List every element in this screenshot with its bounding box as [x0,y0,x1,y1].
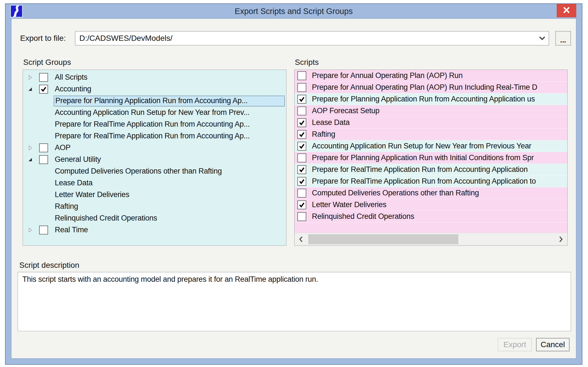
export-button[interactable]: Export [498,338,532,351]
script-description-label: Script description [19,261,79,270]
tree-item-label: AOP [54,143,72,153]
tree-item-label: Real Time [54,225,90,235]
tree-item[interactable]: Letter Water Deliveries [23,189,286,201]
script-row[interactable]: Computed Deliveries Operations other tha… [295,187,567,199]
script-row-label: Prepare for Annual Operating Plan (AOP) … [312,71,463,80]
checkbox[interactable] [297,212,306,221]
script-row[interactable]: Letter Water Deliveries [295,199,567,211]
script-row-label: Prepare for RealTime Application Run fro… [312,165,528,174]
checkbox[interactable] [39,85,48,94]
tree-item-label: Accounting Application Run Setup for New… [54,108,251,118]
checkbox[interactable] [297,153,306,162]
script-row-label: AOP Forecast Setup [312,106,380,115]
tree-item[interactable]: Prepare for RealTime Application Run fro… [23,130,286,142]
horizontal-scrollbar[interactable] [295,233,567,245]
tree-item[interactable]: Accounting [23,83,286,95]
tree-item-label: Prepare for Planning Application Run fro… [54,96,285,106]
close-button[interactable] [557,4,576,17]
scripts-label: Scripts [295,58,319,67]
checkbox[interactable] [39,73,48,82]
close-icon [563,6,570,15]
tree-item-label: Letter Water Deliveries [54,190,131,200]
tree-item-label: Rafting [54,202,80,212]
script-row[interactable]: Prepare for RealTime Application Run fro… [295,164,567,176]
tree-item[interactable]: All Scripts [23,72,286,83]
tree-item-label: Prepare for RealTime Application Run fro… [54,131,251,141]
tree-item[interactable]: Real Time [23,224,286,236]
script-row[interactable]: AOP Forecast Setup [295,105,567,117]
scripts-list: Prepare for Annual Operating Plan (AOP) … [294,70,568,246]
script-groups-label: Script Groups [23,58,71,67]
script-row-label: Relinquished Credit Operations [312,212,414,221]
script-row[interactable]: Lease Data [295,117,567,129]
checkbox[interactable] [39,155,48,164]
checkbox[interactable] [297,130,306,139]
expander-icon[interactable] [25,87,35,91]
script-groups-tree: All Scripts Accounting Prepare for Plann… [23,70,286,246]
expander-icon[interactable] [25,227,35,233]
script-row[interactable]: Prepare for Planning Application Run fro… [295,93,567,105]
tree-item[interactable]: Rafting [23,201,286,212]
window-title: Export Scripts and Script Groups [6,4,582,18]
checkbox[interactable] [39,143,48,152]
checkbox[interactable] [297,142,306,151]
checkbox[interactable] [297,200,306,209]
tree-item-label: All Scripts [54,72,89,83]
tree-item-label: Accounting [54,84,93,94]
export-scripts-dialog: Export Scripts and Script Groups Export … [5,3,582,365]
scrollbar-thumb[interactable] [308,234,458,244]
script-row[interactable]: Prepare for RealTime Application Run fro… [295,176,567,187]
browse-button[interactable]: ... [555,31,571,46]
script-description-text[interactable]: This script starts with an accounting mo… [18,272,571,331]
script-row[interactable]: Prepare for Annual Operating Plan (AOP) … [295,82,567,93]
script-row[interactable]: Relinquished Credit Operations [295,211,567,222]
checkbox[interactable] [297,189,306,198]
scroll-left-icon[interactable] [295,233,307,245]
checkbox[interactable] [39,226,48,235]
script-row-label: Prepare for Planning Application Run fro… [312,95,535,103]
checkbox[interactable] [297,106,306,115]
script-row[interactable]: Rafting [295,129,567,140]
chevron-down-icon[interactable] [536,36,549,41]
tree-item[interactable]: Prepare for Planning Application Run fro… [23,95,286,107]
tree-item-label: General Utility [54,155,103,165]
script-row-label: Prepare for RealTime Application Run fro… [312,177,536,186]
script-row[interactable]: Prepare for Annual Operating Plan (AOP) … [295,70,567,82]
expander-icon[interactable] [25,145,35,151]
checkbox[interactable] [297,165,306,174]
tree-item-label: Relinquished Credit Operations [54,213,159,224]
script-row-label: Accounting Application Run Setup for New… [312,142,531,150]
expander-icon[interactable] [25,75,35,80]
script-row-label: Prepare for Planning Application Run wit… [312,153,534,162]
expander-icon[interactable] [25,157,35,162]
scroll-right-icon[interactable] [554,233,567,245]
tree-item[interactable]: Computed Deliveries Operations other tha… [23,165,286,177]
checkbox[interactable] [297,177,306,186]
script-row-label: Letter Water Deliveries [312,200,387,209]
tree-item-label: Computed Deliveries Operations other tha… [54,166,224,177]
tree-item[interactable]: Lease Data [23,177,286,189]
checkbox[interactable] [297,71,306,80]
tree-item[interactable]: General Utility [23,154,286,165]
script-row-label: Prepare for Annual Operating Plan (AOP) … [312,83,537,92]
titlebar: Export Scripts and Script Groups [6,4,582,18]
script-row-label: Rafting [312,130,335,139]
tree-item[interactable]: Accounting Application Run Setup for New… [23,107,286,119]
tree-item-label: Lease Data [54,178,94,188]
tree-item-label: Prepare for RealTime Application Run fro… [54,119,251,130]
checkbox[interactable] [297,95,306,104]
checkbox[interactable] [297,118,306,127]
script-row[interactable]: Accounting Application Run Setup for New… [295,140,567,152]
script-row[interactable]: Prepare for Planning Application Run wit… [295,152,567,164]
script-row-label: Lease Data [312,118,350,127]
cancel-button[interactable]: Cancel [536,338,570,351]
checkbox[interactable] [297,83,306,92]
script-row-label: Computed Deliveries Operations other tha… [312,189,479,197]
dialog-content: Export to file: D:/CADSWES/DevModels/ ..… [11,18,576,359]
tree-item[interactable]: Relinquished Credit Operations [23,212,286,224]
export-to-file-label: Export to file: [20,31,66,46]
export-path-value: D:/CADSWES/DevModels/ [75,34,536,43]
export-path-combobox[interactable]: D:/CADSWES/DevModels/ [75,31,549,46]
tree-item[interactable]: AOP [23,142,286,154]
tree-item[interactable]: Prepare for RealTime Application Run fro… [23,119,286,130]
